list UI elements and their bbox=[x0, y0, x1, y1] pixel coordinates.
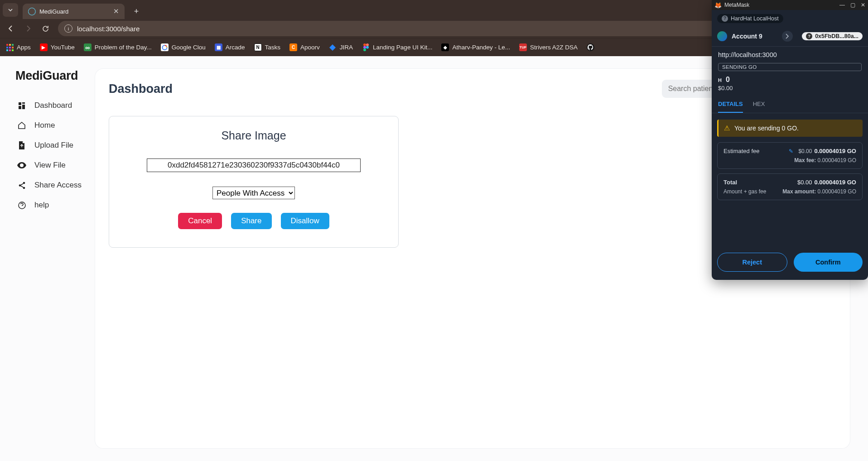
bookmark-github[interactable] bbox=[587, 43, 594, 51]
bookmark-apoorv[interactable]: CApoorv bbox=[289, 43, 320, 51]
home-icon bbox=[17, 121, 26, 130]
close-tab-button[interactable]: ✕ bbox=[113, 7, 119, 15]
access-select[interactable]: People With Access bbox=[212, 187, 295, 199]
svg-rect-7 bbox=[22, 102, 25, 104]
browser-tab[interactable]: MediGuard ✕ bbox=[23, 4, 125, 19]
svg-rect-8 bbox=[22, 105, 25, 109]
address-input[interactable] bbox=[147, 158, 361, 172]
share-button[interactable]: Share bbox=[231, 213, 271, 229]
warning-icon: ⚠ bbox=[724, 124, 730, 132]
origin-url: http://localhost:3000 bbox=[712, 47, 868, 60]
tab-hex[interactable]: HEX bbox=[753, 97, 765, 113]
svg-rect-9 bbox=[19, 106, 21, 109]
sidebar-item-view[interactable]: View File bbox=[15, 156, 87, 174]
bookmark-google-cloud[interactable]: Google Clou bbox=[161, 43, 206, 51]
tab-title: MediGuard bbox=[39, 8, 68, 15]
sidebar-item-dashboard[interactable]: Dashboard bbox=[15, 96, 87, 115]
total-amount: 0.00004019 GO bbox=[814, 179, 856, 186]
youtube-icon: ▶ bbox=[40, 43, 48, 51]
sending-badge: SENDING GO bbox=[718, 63, 862, 71]
metamask-titlebar: 🦊 MetaMask — ▢ ✕ bbox=[712, 0, 868, 10]
tuf-icon: TUF bbox=[519, 43, 527, 51]
fee-amount: 0.00004019 GO bbox=[814, 148, 856, 154]
question-icon: ? bbox=[806, 33, 812, 39]
site-info-icon[interactable]: i bbox=[64, 24, 72, 33]
confirm-button[interactable]: Confirm bbox=[794, 253, 863, 272]
svg-point-5 bbox=[363, 48, 366, 51]
account-name: Account 9 bbox=[732, 33, 762, 40]
new-tab-button[interactable]: + bbox=[130, 5, 143, 18]
edit-fee-icon[interactable]: ✎ bbox=[789, 148, 793, 154]
bookmark-atharv[interactable]: ◆Atharv-Pandey - Le... bbox=[441, 43, 510, 51]
notion-icon: N bbox=[254, 43, 262, 51]
bookmark-gfg[interactable]: ∞Problem of the Day... bbox=[84, 43, 152, 51]
to-address-pill[interactable]: ? 0x5FbDB...80a... bbox=[802, 32, 863, 40]
share-icon bbox=[17, 182, 26, 189]
back-button[interactable] bbox=[6, 24, 15, 33]
page-title: Dashboard bbox=[109, 82, 173, 96]
arcade-icon: ▦ bbox=[215, 43, 222, 51]
amount-block: H0 $0.00 bbox=[712, 71, 868, 97]
sidebar-item-share[interactable]: Share Access bbox=[15, 176, 87, 194]
google-cloud-icon bbox=[161, 43, 169, 51]
network-pill[interactable]: ? HardHat LocalHost bbox=[717, 14, 783, 23]
bookmark-tasks[interactable]: NTasks bbox=[254, 43, 281, 51]
network-row: ? HardHat LocalHost bbox=[712, 10, 868, 27]
fee-fiat: $0.00 bbox=[798, 148, 812, 154]
amount-fiat: $0.00 bbox=[718, 85, 862, 91]
sidebar-item-upload[interactable]: Upload File bbox=[15, 136, 87, 154]
cancel-button[interactable]: Cancel bbox=[178, 213, 222, 229]
bookmark-apps[interactable]: Apps bbox=[6, 44, 31, 51]
bookmark-strivers[interactable]: TUFStrivers A2Z DSA bbox=[519, 43, 578, 51]
sidebar-item-home[interactable]: Home bbox=[15, 116, 87, 134]
bookmark-jira[interactable]: JIRA bbox=[329, 43, 353, 51]
total-fiat: $0.00 bbox=[797, 179, 812, 186]
svg-point-1 bbox=[363, 43, 366, 46]
diamond-icon: ◆ bbox=[441, 43, 449, 51]
reject-button[interactable]: Reject bbox=[717, 253, 787, 272]
chevron-down-icon bbox=[8, 7, 13, 13]
bookmark-figma[interactable]: Landing Page UI Kit... bbox=[362, 43, 432, 51]
sidebar: MediGuard Dashboard Home Upload File Vie… bbox=[0, 56, 95, 461]
eye-icon bbox=[17, 162, 26, 168]
modal-title: Share Image bbox=[221, 129, 286, 142]
total-sub-label: Amount + gas fee bbox=[723, 188, 766, 195]
sidebar-item-label: Share Access bbox=[34, 181, 82, 190]
metamask-tabs: DETAILS HEX bbox=[712, 97, 868, 113]
reload-button[interactable] bbox=[41, 24, 50, 33]
url-path: 3000/share bbox=[106, 25, 140, 33]
disallow-button[interactable]: Disallow bbox=[281, 213, 329, 229]
svg-point-12 bbox=[23, 187, 25, 189]
figma-icon bbox=[362, 43, 370, 51]
sidebar-item-label: Upload File bbox=[34, 141, 73, 150]
question-icon: ? bbox=[722, 15, 728, 22]
metamask-window-title: MetaMask bbox=[724, 2, 749, 8]
fee-label: Estimated fee bbox=[723, 148, 760, 154]
svg-point-4 bbox=[366, 46, 369, 49]
minimize-button[interactable]: — bbox=[839, 2, 845, 8]
gfg-icon: ∞ bbox=[84, 43, 92, 51]
svg-point-3 bbox=[363, 46, 366, 49]
maximize-button[interactable]: ▢ bbox=[850, 2, 855, 8]
account-row: Account 9 ? 0x5FbDB...80a... bbox=[712, 27, 868, 47]
nav-list: Dashboard Home Upload File View File Sha… bbox=[15, 96, 87, 214]
fee-box: Estimated fee ✎ $0.00 0.00004019 GO Max … bbox=[717, 142, 863, 169]
apps-icon bbox=[6, 44, 14, 51]
account-avatar bbox=[717, 31, 727, 41]
tab-details[interactable]: DETAILS bbox=[718, 97, 743, 113]
app-brand: MediGuard bbox=[15, 69, 87, 83]
tab-search-button[interactable] bbox=[3, 3, 18, 17]
amount-token: 0 bbox=[726, 76, 731, 83]
forward-button[interactable] bbox=[24, 24, 33, 33]
dashboard-icon bbox=[17, 102, 26, 110]
sidebar-item-label: Dashboard bbox=[34, 101, 72, 110]
close-button[interactable]: ✕ bbox=[861, 2, 865, 8]
metamask-popup: 🦊 MetaMask — ▢ ✕ ? HardHat LocalHost Acc… bbox=[712, 0, 868, 280]
window-controls: — ▢ ✕ bbox=[839, 2, 865, 8]
sidebar-item-help[interactable]: help bbox=[15, 196, 87, 214]
sidebar-item-label: Home bbox=[34, 121, 55, 130]
c-icon: C bbox=[289, 43, 297, 51]
bookmark-youtube[interactable]: ▶YouTube bbox=[40, 43, 75, 51]
svg-point-11 bbox=[19, 184, 21, 187]
bookmark-arcade[interactable]: ▦Arcade bbox=[215, 43, 245, 51]
